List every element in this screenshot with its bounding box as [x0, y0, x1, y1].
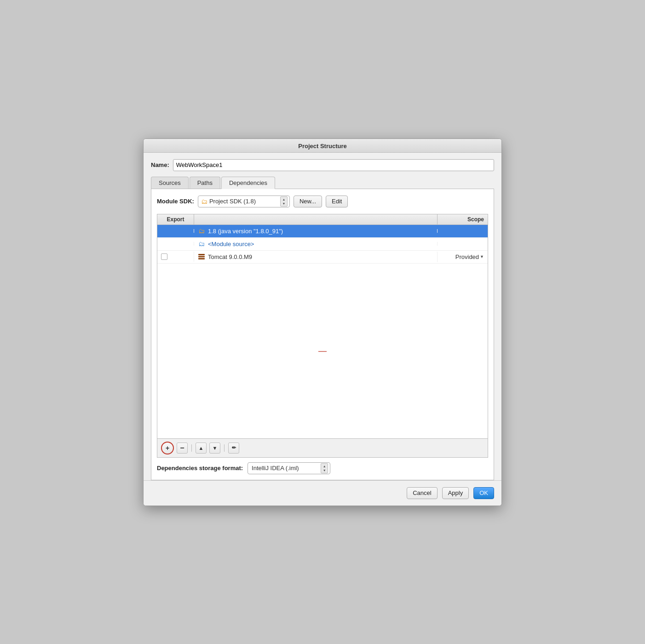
table-header: Export Scope — [157, 214, 488, 225]
th-name — [194, 214, 437, 224]
row-name-jdk: 🗂 1.8 (java version "1.8.0_91") — [194, 226, 437, 236]
project-structure-dialog: Project Structure Name: Sources Paths De… — [143, 138, 502, 506]
storage-spinner-up-icon: ▲ — [323, 465, 326, 468]
row-name-module: 🗂 <Module source> — [194, 239, 437, 249]
cancel-button[interactable]: Cancel — [407, 487, 437, 499]
sdk-spinner[interactable]: ▲ ▼ — [280, 196, 288, 207]
toolbar-divider — [191, 444, 192, 452]
jdk-folder-icon: 🗂 — [198, 228, 205, 234]
move-down-button[interactable]: ▼ — [209, 443, 220, 454]
dependencies-table: Export Scope 🗂 1.8 (java version "1.8.0_… — [157, 214, 488, 439]
dialog-title: Project Structure — [298, 143, 346, 150]
module-folder-icon: 🗂 — [198, 241, 205, 247]
title-bar: Project Structure — [144, 139, 501, 153]
edit-button[interactable]: Edit — [326, 196, 348, 207]
tab-sources[interactable]: Sources — [151, 177, 189, 189]
th-export: Export — [157, 214, 194, 224]
move-up-button[interactable]: ▲ — [196, 443, 207, 454]
sdk-folder-icon: 🗂 — [201, 198, 207, 205]
svg-rect-0 — [198, 254, 205, 255]
remove-button[interactable]: − — [177, 443, 188, 454]
tomcat-export-checkbox[interactable] — [161, 253, 167, 260]
dialog-content: Name: Sources Paths Dependencies Module … — [144, 153, 501, 480]
row-scope-module — [437, 242, 488, 246]
th-scope: Scope — [437, 214, 488, 224]
minus-icon: — — [318, 346, 327, 356]
storage-spinner-down-icon: ▼ — [323, 469, 326, 472]
svg-rect-1 — [198, 256, 205, 258]
tomcat-name-text: Tomcat 9.0.0.M9 — [208, 253, 252, 260]
sdk-select-text: Project SDK (1.8) — [209, 198, 278, 205]
dialog-footer: Cancel Apply OK — [144, 480, 501, 506]
table-row[interactable]: 🗂 1.8 (java version "1.8.0_91") — [157, 225, 488, 238]
dependencies-panel: Module SDK: 🗂 Project SDK (1.8) ▲ ▼ New.… — [151, 189, 494, 480]
edit-item-button[interactable]: ✏ — [228, 443, 239, 454]
row-name-tomcat: Tomcat 9.0.0.M9 — [194, 252, 437, 262]
new-button[interactable]: New... — [294, 196, 322, 207]
tab-dependencies[interactable]: Dependencies — [221, 177, 275, 189]
toolbar-divider2 — [224, 444, 225, 452]
jdk-name-text: 1.8 (java version "1.8.0_91") — [208, 228, 283, 235]
apply-button[interactable]: Apply — [442, 487, 469, 499]
row-export-jdk — [157, 229, 194, 233]
row-scope-tomcat[interactable]: Provided ▼ — [437, 252, 488, 262]
spinner-up-icon: ▲ — [282, 198, 285, 201]
storage-select[interactable]: IntelliJ IDEA (.iml) ▲ ▼ — [248, 462, 330, 474]
name-label: Name: — [151, 161, 169, 168]
sdk-row: Module SDK: 🗂 Project SDK (1.8) ▲ ▼ New.… — [157, 196, 488, 207]
sdk-label: Module SDK: — [157, 198, 194, 205]
svg-rect-2 — [198, 258, 205, 259]
ok-button[interactable]: OK — [473, 487, 494, 499]
table-row[interactable]: Tomcat 9.0.0.M9 Provided ▼ — [157, 251, 488, 264]
storage-row: Dependencies storage format: IntelliJ ID… — [157, 458, 488, 474]
row-export-tomcat[interactable] — [157, 252, 194, 262]
name-input[interactable] — [173, 159, 494, 171]
module-name-text: <Module source> — [208, 241, 254, 247]
tomcat-bars-icon — [198, 253, 205, 260]
scope-dropdown[interactable]: Provided ▼ — [455, 253, 484, 260]
toolbar-row: + − ▲ ▼ ✏ — [157, 439, 488, 458]
table-empty-area: — — [157, 264, 488, 438]
row-scope-jdk — [437, 229, 488, 233]
row-export-module — [157, 242, 194, 246]
scope-value: Provided — [455, 253, 479, 260]
scope-chevron-icon: ▼ — [480, 254, 484, 259]
storage-spinner[interactable]: ▲ ▼ — [321, 463, 328, 473]
add-button[interactable]: + — [161, 442, 174, 454]
storage-select-text: IntelliJ IDEA (.iml) — [252, 465, 319, 472]
spinner-down-icon: ▼ — [282, 202, 285, 205]
sdk-select[interactable]: 🗂 Project SDK (1.8) ▲ ▼ — [198, 196, 290, 207]
name-row: Name: — [151, 159, 494, 171]
tab-paths[interactable]: Paths — [190, 177, 220, 189]
table-row[interactable]: 🗂 <Module source> — [157, 238, 488, 251]
tabs-row: Sources Paths Dependencies — [151, 177, 494, 189]
storage-label: Dependencies storage format: — [157, 465, 243, 472]
